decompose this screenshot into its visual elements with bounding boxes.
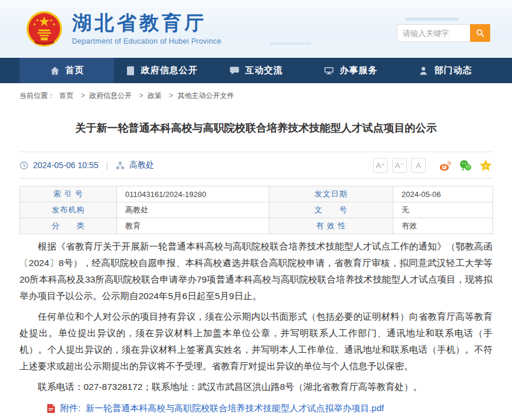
attachment-link[interactable]: 新一轮普通本科高校与高职院校联合培养技术技能型人才试点拟举办项目.pdf — [86, 403, 384, 414]
breadcrumb-item-home[interactable]: 首页 — [59, 91, 73, 100]
meta-label-validity: 有 效 性 — [269, 218, 393, 234]
article-body: 根据《省教育厅关于开展新一轮普通本科高校与高职院校联合培养技术技能型人才试点工作… — [19, 238, 493, 395]
document-meta-table: 索 引 号 011043161/2024-19280 发文日期 2024-05-… — [19, 186, 493, 234]
attachment-prefix: 附件: — [60, 403, 80, 414]
header-titles: 湖北省教育厅 Department of Education of Hubei … — [72, 12, 221, 45]
organization-icon — [116, 161, 125, 170]
breadcrumb-separator: > — [169, 91, 173, 100]
meta-label-doc-number: 文 号 — [269, 202, 393, 218]
home-icon — [50, 65, 60, 76]
font-reset-button[interactable]: A — [411, 158, 426, 173]
meta-value-issue-date: 2024-05-06 — [393, 186, 493, 202]
breadcrumb-item-other-docs[interactable]: 其他主动公开文件 — [177, 91, 234, 100]
nav-item-interaction[interactable]: 互动交流 — [208, 58, 303, 83]
nav-item-department-news[interactable]: 部门动态 — [398, 58, 493, 83]
body-paragraph: 根据《省教育厅关于开展新一轮普通本科高校与高职院校联合培养技术技能型人才试点工作… — [19, 238, 493, 304]
publish-time: 2024-05-06 10:55 — [33, 160, 99, 170]
nav-item-label: 首页 — [66, 65, 84, 76]
meta-label-issue-date: 发文日期 — [269, 186, 393, 202]
font-larger-button[interactable]: A⁺ — [373, 158, 388, 173]
search-icon — [475, 28, 485, 38]
nav-item-services[interactable]: 办事服务 — [304, 58, 398, 83]
article-meta-right: A⁺ A⁻ A — [369, 158, 493, 173]
cloud-decoration — [406, 18, 459, 21]
monitor-icon — [324, 65, 334, 76]
page: 湖北省教育厅 Department of Education of Hubei … — [0, 0, 512, 420]
logo-area: 湖北省教育厅 Department of Education of Hubei … — [26, 11, 221, 47]
article-meta-left: 2024-05-06 10:55 | 高教处 — [19, 160, 154, 170]
article-source: 高教处 — [129, 160, 154, 170]
nav-item-label: 互动交流 — [245, 65, 283, 76]
meta-value-index-number: 011043161/2024-19280 — [117, 186, 269, 202]
nav-item-gov-info[interactable]: 政府信息公开 — [114, 58, 208, 83]
pdf-file-icon — [47, 404, 55, 413]
article-meta-bar: 2024-05-06 10:55 | 高教处 A⁺ A⁻ A — [19, 152, 493, 179]
cloud-decoration — [270, 42, 311, 45]
weibo-share-icon[interactable] — [439, 159, 452, 172]
meta-value-validity: 有效 — [393, 218, 493, 234]
breadcrumb-separator: > — [139, 91, 143, 100]
nav-item-label: 部门动态 — [434, 65, 472, 76]
breadcrumb: 当前位置： 首页 > 政府信息公开 > 政策 > 其他主动公开文件 — [19, 83, 493, 101]
meta-value-publisher: 高教处 — [117, 202, 269, 218]
qzone-share-icon[interactable] — [479, 159, 493, 172]
nav-item-label: 政府信息公开 — [141, 65, 198, 76]
table-row: 分 类 教育 有 效 性 有效 — [20, 218, 493, 234]
meta-value-doc-number: 无 — [393, 202, 493, 218]
national-emblem-logo — [26, 11, 63, 47]
document-icon — [125, 65, 136, 76]
site-title: 湖北省教育厅 — [72, 12, 221, 34]
search-input[interactable] — [397, 24, 470, 42]
meta-divider: | — [106, 161, 108, 170]
wechat-share-icon[interactable] — [459, 159, 472, 172]
main-nav: 首页 政府信息公开 互动交流 办事服务 部门动态 — [0, 58, 512, 83]
search-button[interactable] — [470, 24, 490, 42]
breadcrumb-item-policy[interactable]: 政策 — [148, 91, 162, 100]
breadcrumb-item-gov-info[interactable]: 政府信息公开 — [89, 91, 132, 100]
attachment-row: 附件: 新一轮普通本科高校与高职院校联合培养技术技能型人才试点拟举办项目.pdf — [19, 403, 493, 414]
table-row: 发布机构 高教处 文 号 无 — [20, 202, 493, 218]
site-subtitle: Department of Education of Hubei Provinc… — [72, 37, 221, 45]
body-paragraph: 任何单位和个人对公示的项目持有异议，须在公示期内以书面形式（包括必要的证明材料）… — [19, 309, 493, 375]
breadcrumb-separator: > — [81, 91, 85, 100]
site-header: 湖北省教育厅 Department of Education of Hubei … — [0, 0, 512, 58]
body-paragraph-contact: 联系电话：027-87328172；联系地址：武汉市武昌区洪山路8号（湖北省教育… — [19, 379, 493, 395]
meta-label-publisher: 发布机构 — [20, 202, 117, 218]
nav-item-home[interactable]: 首页 — [19, 58, 114, 83]
nav-item-label: 办事服务 — [340, 65, 377, 76]
meta-label-index-number: 索 引 号 — [20, 186, 117, 202]
meta-label-category: 分 类 — [20, 218, 117, 234]
chat-icon — [229, 65, 240, 76]
breadcrumb-prefix: 当前位置： — [19, 91, 55, 100]
table-row: 索 引 号 011043161/2024-19280 发文日期 2024-05-… — [20, 186, 493, 202]
article-title: 关于新一轮普通本科高校与高职院校联合培养技术技能型人才试点项目的公示 — [19, 121, 493, 135]
search-box — [397, 24, 490, 42]
person-icon — [418, 65, 429, 76]
clock-icon — [19, 161, 28, 170]
font-smaller-button[interactable]: A⁻ — [392, 158, 407, 173]
meta-value-category: 教育 — [117, 218, 269, 234]
